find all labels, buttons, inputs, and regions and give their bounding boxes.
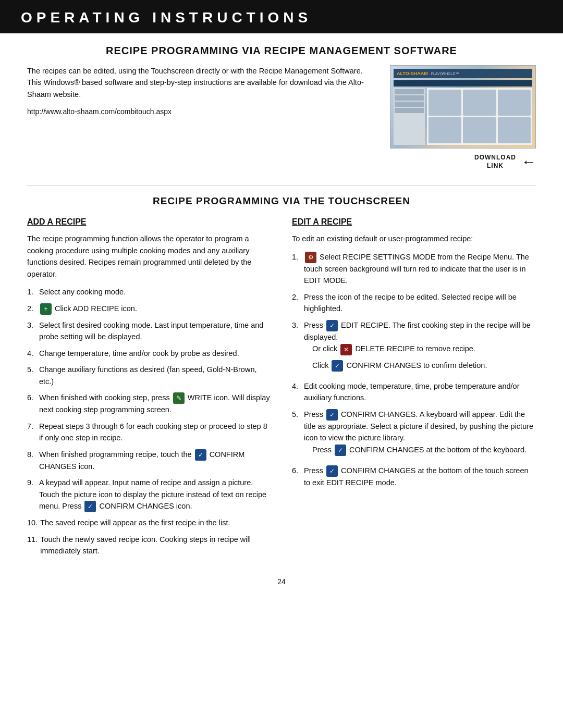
step-num: 3. [292,319,301,376]
step-num: 3. [27,319,36,343]
ss-thumb [429,90,461,116]
ss-sidebar-item [395,102,424,107]
edit-recipe-intro: To edit an existing default or user-prog… [292,233,536,244]
download-label: DOWNLOAD LINK [474,154,516,170]
ss-header: ALTO-SHAAM FLAVORHOLD™ [394,69,532,78]
ss-main [427,88,532,145]
edit-step-1: 1. Select RECIPE SETTINGS MODE from the … [292,251,536,287]
top-section: The recipes can be edited, using the Tou… [27,65,536,170]
step-content: Press CONFIRM CHANGES. A keyboard will a… [304,409,536,460]
confirm-icon [332,360,343,372]
edit-step-5: 5. Press CONFIRM CHANGES. A keyboard wil… [292,409,536,460]
add-step-8: 8. When finished programming recipe, tou… [27,449,271,473]
add-step-10: 10. The saved recipe will appear as the … [27,517,271,528]
sub-item-or-click: Or click DELETE RECIPE to remove recipe. [312,343,536,355]
add-step-11: 11. Touch the newly saved recipe icon. C… [27,534,271,557]
step-num: 4. [27,348,36,359]
step-num: 6. [27,392,36,416]
ss-sidebar-item [395,89,424,94]
ss-body [394,88,532,145]
ss-thumb [498,117,531,143]
step-num: 2. [27,303,36,315]
step-content: Click ADD RECIPE icon. [39,303,271,315]
add-step-2: 2. Click ADD RECIPE icon. [27,303,271,315]
add-step-7: 7. Repeat steps 3 through 6 for each coo… [27,421,271,444]
edit-step-3: 3. Press EDIT RECIPE. The first cooking … [292,319,536,376]
step-num: 4. [292,380,301,404]
edit-step-4: 4. Edit cooking mode, temperature, time,… [292,380,536,404]
step-num: 7. [27,421,36,444]
add-recipe-intro: The recipe programming function allows t… [27,233,271,280]
confirm-icon [326,465,338,477]
step-num: 8. [27,449,36,473]
download-arrow-icon: ← [521,155,536,169]
step-content: Press the icon of the recipe to be edite… [304,291,536,315]
step-num: 6. [292,465,301,489]
sub-item-confirm-delete: Click CONFIRM CHANGES to confirm deletio… [312,360,536,372]
settings-icon [305,252,316,263]
ss-thumb [498,90,531,116]
edit-step-6: 6. Press CONFIRM CHANGES at the bottom o… [292,465,536,489]
edit-step-2: 2. Press the icon of the recipe to be ed… [292,291,536,315]
step-num: 1. [292,251,301,287]
add-step-6: 6. When finished with cooking step, pres… [27,392,271,416]
add-recipe-steps: 1. Select any cooking mode. 2. Click ADD… [27,286,271,557]
ss-nav [394,80,532,87]
alto-shaam-logo: ALTO-SHAAM [397,71,428,76]
page-title: OPERATING INSTRUCTIONS [21,9,542,26]
add-step-4: 4. Change temperature, time and/or cook … [27,348,271,359]
step-num: 11. [27,534,38,557]
ss-sidebar [394,88,425,145]
add-step-3: 3. Select first desired cooking mode. La… [27,319,271,343]
step-num: 10. [27,517,38,528]
add-step-9: 9. A keypad will appear. Input name of r… [27,477,271,512]
page-content: RECIPE PROGRAMMING VIA RECIPE MANAGEMENT… [0,45,563,607]
two-col-layout: ADD A RECIPE The recipe programming func… [27,217,536,562]
step-content: When finished with cooking step, press W… [39,392,271,416]
ss-tagline: FLAVORHOLD™ [431,72,459,76]
step-content: Select RECIPE SETTINGS MODE from the Rec… [304,251,536,287]
confirm-icon [335,445,346,456]
section1-title: RECIPE PROGRAMMING VIA RECIPE MANAGEMENT… [27,45,536,57]
step-num: 1. [27,286,36,298]
write-icon [173,392,185,404]
step-content: Change auxiliary functions as desired (f… [39,364,271,387]
add-recipe-col: ADD A RECIPE The recipe programming func… [27,217,271,562]
confirm-icon [84,501,96,512]
step-content: Press EDIT RECIPE. The first cooking ste… [304,319,536,376]
step-content: Touch the newly saved recipe icon. Cooki… [40,534,271,557]
step-content: Repeat steps 3 through 6 for each cookin… [39,421,271,444]
ss-thumb [463,117,496,143]
confirm-icon [195,449,206,461]
add-recipe-icon [40,303,52,315]
confirm-icon [326,409,338,421]
ss-sidebar-item [395,108,424,113]
step-content: Select any cooking mode. [39,286,271,298]
software-screenshot: ALTO-SHAAM FLAVORHOLD™ [390,65,536,149]
step-content: A keypad will appear. Input name of reci… [39,477,271,512]
step-content: Edit cooking mode, temperature, time, pr… [304,380,536,404]
edit-recipe-title: EDIT A RECIPE [292,217,536,227]
delete-recipe-icon [340,344,352,355]
header-bar: OPERATING INSTRUCTIONS [0,0,563,33]
edit-recipe-steps: 1. Select RECIPE SETTINGS MODE from the … [292,251,536,489]
step-num: 2. [292,291,301,315]
step-content: When finished programming recipe, touch … [39,449,271,473]
step-num: 5. [292,409,301,460]
ss-thumb [429,117,461,143]
ss-sidebar-item [395,95,424,101]
add-recipe-title: ADD A RECIPE [27,217,271,227]
step-content: Select first desired cooking mode. Last … [39,319,271,343]
step-content: The saved recipe will appear as the firs… [40,517,271,528]
add-step-5: 5. Change auxiliary functions as desired… [27,364,271,387]
step-num: 9. [27,477,36,512]
add-step-1: 1. Select any cooking mode. [27,286,271,298]
top-body: The recipes can be edited, using the Tou… [27,65,374,100]
step-content: Change temperature, time and/or cook by … [39,348,271,359]
edit-recipe-col: EDIT A RECIPE To edit an existing defaul… [292,217,536,493]
ss-thumb [463,90,496,116]
download-link-area: DOWNLOAD LINK ← [474,154,536,170]
website-url: http://www.alto-shaam.com/combitouch.asp… [27,106,374,118]
screenshot-inner: ALTO-SHAAM FLAVORHOLD™ [390,66,535,148]
top-text: The recipes can be edited, using the Tou… [27,65,374,124]
